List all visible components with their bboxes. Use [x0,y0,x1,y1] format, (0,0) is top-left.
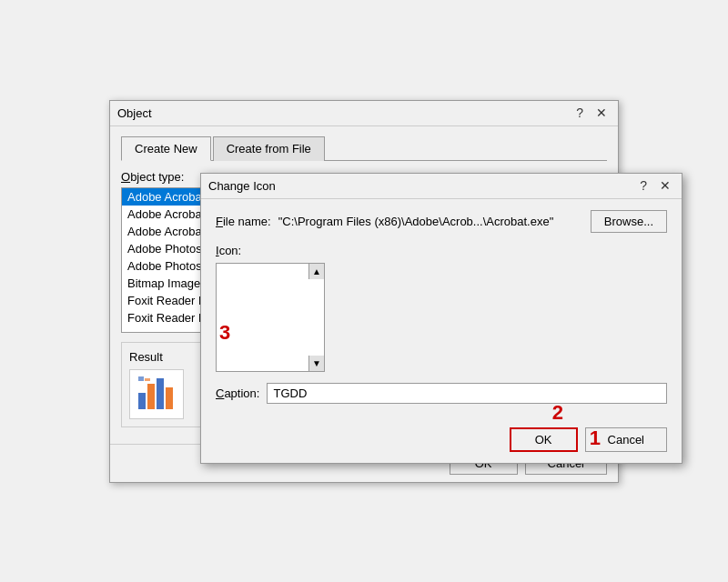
icon-list-box[interactable]: ▲ ▼ [216,263,325,372]
result-icon-box [129,369,184,419]
change-icon-dialog: Change Icon ? ✕ File name: "C:\Program F… [200,173,682,464]
svg-rect-4 [138,376,144,381]
change-icon-content: File name: "C:\Program Files (x86)\Adobe… [201,199,682,427]
caption-label: Caption: [216,386,259,400]
object-titlebar-controls: ? ✕ [572,106,611,119]
browse-button[interactable]: Browse... [591,210,667,233]
tab-create-new-label: Create New [135,142,197,156]
object-help-button[interactable]: ? [572,106,587,119]
svg-rect-5 [145,378,150,381]
tab-create-from-file-label: Create from File [227,142,311,156]
object-tabs: Create New Create from File [121,135,607,161]
icon-scroll-up[interactable]: ▲ [308,264,324,279]
svg-rect-0 [138,393,146,409]
result-chart-svg [136,375,177,411]
badge-3: 3 [219,321,230,345]
file-name-row: File name: "C:\Program Files (x86)\Adobe… [216,210,667,233]
badge-1: 1 [590,426,601,450]
change-icon-help-button[interactable]: ? [636,179,651,192]
file-name-value: "C:\Program Files (x86)\Adobe\Acrob...\A… [278,215,583,228]
object-close-button[interactable]: ✕ [592,106,611,119]
object-type-label-rest: bject type: [130,170,184,184]
icon-section-label: Icon: [216,244,667,257]
change-icon-title: Change Icon [208,179,276,193]
file-name-label: File name: [216,215,271,228]
object-dialog-title: Object [117,106,152,120]
change-icon-close-button[interactable]: ✕ [656,179,674,192]
change-icon-ok-button[interactable]: OK [510,427,578,452]
change-icon-titlebar-controls: ? ✕ [636,179,674,192]
object-dialog-titlebar: Object ? ✕ [110,101,618,126]
change-icon-footer: OK Cancel [201,427,682,463]
svg-rect-1 [147,384,155,409]
tab-create-new[interactable]: Create New [121,136,211,161]
caption-row: Caption: [216,383,667,404]
tab-create-from-file[interactable]: Create from File [213,136,325,161]
change-icon-titlebar: Change Icon ? ✕ [201,174,682,199]
pdf-icon [136,375,177,413]
caption-input[interactable] [267,383,667,404]
svg-rect-2 [157,378,164,409]
badge-2: 2 [552,401,563,425]
svg-rect-3 [166,387,173,409]
icon-scroll-down[interactable]: ▼ [308,356,324,371]
object-type-label-text: O [121,170,130,184]
